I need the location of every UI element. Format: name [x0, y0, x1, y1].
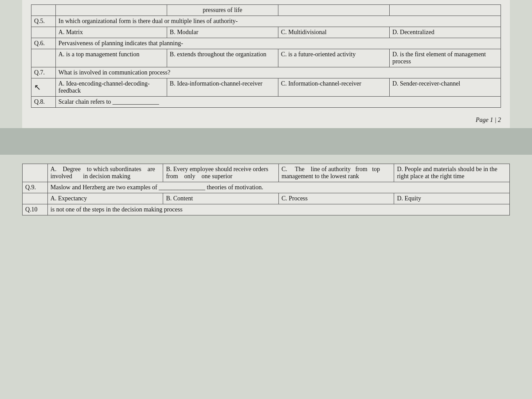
- option-c: C. Information-channel-receiver: [278, 78, 389, 97]
- option-a: A. Expectancy: [47, 193, 163, 204]
- option-c: C. is a future-oriented activity: [278, 49, 389, 67]
- bottom-section: A. Degree to which subordinates are invo…: [22, 164, 510, 215]
- question-number: Q.6.: [31, 38, 56, 49]
- question-text: What is involved in communication proces…: [55, 67, 501, 78]
- table-row: Q.5. In which organizational form is the…: [31, 16, 501, 27]
- quiz-table-bottom: A. Degree to which subordinates are invo…: [22, 164, 510, 215]
- cell: ↖: [31, 78, 56, 97]
- table-row: Q.9. Maslow and Herzberg are two example…: [23, 182, 510, 193]
- option-d: D. People and materials should be in the…: [394, 164, 510, 182]
- option-b: B. Content: [163, 193, 279, 204]
- table-row: A. Expectancy B. Content C. Process D. E…: [23, 193, 510, 204]
- cell: pressures of life: [167, 5, 278, 16]
- question-text: Maslow and Herzberg are two examples of …: [47, 182, 509, 193]
- table-row: ↖ A. Idea-encoding-channel-decoding-feed…: [31, 78, 501, 97]
- question-text: is not one of the steps in the decision …: [47, 204, 509, 215]
- option-d: D. is the first element of management pr…: [389, 49, 501, 67]
- cell: [278, 5, 389, 16]
- cell: [389, 5, 501, 16]
- table-row: A. Matrix B. Modular C. Multidivisional …: [31, 27, 501, 38]
- option-a: A. Idea-encoding-channel-decoding-feedba…: [55, 78, 167, 97]
- table-row: Q.10 is not one of the steps in the deci…: [23, 204, 510, 215]
- cell: [23, 164, 48, 182]
- option-c: C. Process: [278, 193, 394, 204]
- cell: [31, 27, 56, 38]
- question-number: Q.10: [23, 204, 48, 215]
- question-text: Pervasiveness of planning indicates that…: [55, 38, 501, 49]
- option-d: D. Equity: [394, 193, 510, 204]
- spacer: [0, 128, 532, 155]
- question-text: In which organizational form is there du…: [55, 16, 501, 27]
- table-row: Q.8. Scalar chain refers to ____________…: [31, 97, 501, 108]
- table-row: pressures of life: [31, 5, 501, 16]
- cell: [55, 5, 167, 16]
- page-num-text: Page 1 | 2: [476, 117, 501, 123]
- question-number: Q.7.: [31, 67, 56, 78]
- option-a: A. is a top management function: [55, 49, 167, 67]
- question-number: Q.8.: [31, 97, 56, 108]
- option-b: B. Modular: [167, 27, 278, 38]
- table-row: Q.7. What is involved in communication p…: [31, 67, 501, 78]
- question-number: Q.9.: [23, 182, 48, 193]
- table-row: A. is a top management function B. exten…: [31, 49, 501, 67]
- question-text: Scalar chain refers to _______________: [55, 97, 501, 108]
- cell: [31, 49, 56, 67]
- option-b: B. Idea-information-channel-receiver: [167, 78, 278, 97]
- table-row: A. Degree to which subordinates are invo…: [23, 164, 510, 182]
- page-container: pressures of life Q.5. In which organiza…: [0, 0, 532, 399]
- option-c: C. Multidivisional: [278, 27, 389, 38]
- option-a: A. Matrix: [55, 27, 167, 38]
- option-d: D. Decentralized: [389, 27, 501, 38]
- option-d: D. Sender-receiver-channel: [389, 78, 501, 97]
- question-number: Q.5.: [31, 16, 56, 27]
- option-a: A. Degree to which subordinates are invo…: [47, 164, 163, 182]
- document-area: pressures of life Q.5. In which organiza…: [22, 0, 510, 112]
- quiz-table-top: pressures of life Q.5. In which organiza…: [31, 4, 501, 108]
- option-c: C. The line of authority from top manage…: [278, 164, 394, 182]
- cell: [31, 5, 56, 16]
- table-row: Q.6. Pervasiveness of planning indicates…: [31, 38, 501, 49]
- option-b: B. extends throughout the organization: [167, 49, 278, 67]
- page-number: Page 1 | 2: [22, 112, 510, 128]
- option-b: B. Every employee should receive orders …: [163, 164, 279, 182]
- cell: [23, 193, 48, 204]
